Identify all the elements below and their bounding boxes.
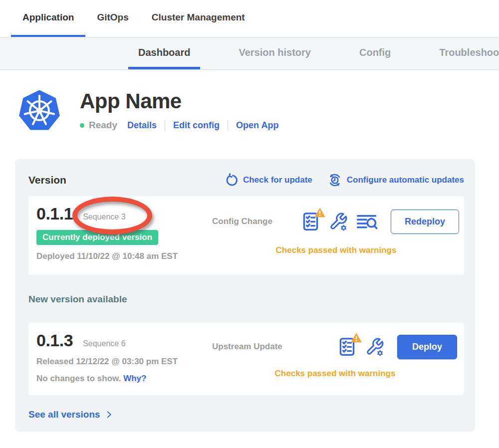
new-version-heading: New version available xyxy=(28,294,464,305)
preflight-checklist-icon[interactable] xyxy=(338,336,357,357)
open-app-link[interactable]: Open App xyxy=(236,120,278,131)
auto-update-icon xyxy=(327,173,342,188)
warning-triangle-icon xyxy=(314,207,326,218)
tab-cluster-management-label: Cluster Management xyxy=(152,12,245,23)
available-version-check-status: Checks passed with warnings xyxy=(212,369,458,386)
app-header-text: App Name Ready Details Edit config Open … xyxy=(80,88,278,132)
edit-config-link[interactable]: Edit config xyxy=(173,120,220,131)
wrench-config-icon[interactable] xyxy=(365,337,384,356)
configure-automatic-updates-link[interactable]: Configure automatic updates xyxy=(327,173,464,188)
warning-triangle-icon xyxy=(350,332,362,343)
refresh-icon xyxy=(225,173,239,187)
configure-automatic-updates-label: Configure automatic updates xyxy=(347,175,464,185)
tab-version-history[interactable]: Version history xyxy=(229,38,321,69)
tab-dashboard-label: Dashboard xyxy=(138,47,190,58)
tab-gitops-label: GitOps xyxy=(97,12,128,23)
app-status-row: Ready Details Edit config Open App xyxy=(80,120,278,131)
link-divider xyxy=(228,120,228,131)
tab-troubleshoot[interactable]: Troubleshoot xyxy=(429,38,499,69)
version-heading: Version xyxy=(28,174,66,186)
current-version-check-status: Checks passed with warnings xyxy=(212,245,460,266)
version-panel: Version Check for update xyxy=(15,159,475,432)
tab-cluster-management[interactable]: Cluster Management xyxy=(140,0,256,37)
tab-application-label: Application xyxy=(22,12,74,23)
app-header: App Name Ready Details Edit config Open … xyxy=(0,70,499,132)
tab-troubleshoot-label: Troubleshoot xyxy=(439,47,499,58)
tab-version-history-label: Version history xyxy=(239,47,311,58)
view-diff-icon[interactable] xyxy=(356,212,378,231)
current-version-info: 0.1.1 Sequence 3 Currently deployed vers… xyxy=(36,204,212,266)
redeploy-button[interactable]: Redeploy xyxy=(391,210,459,234)
current-version-sequence: Sequence 3 xyxy=(83,213,125,222)
why-link[interactable]: Why? xyxy=(123,374,146,383)
ready-status-label: Ready xyxy=(89,120,117,131)
current-version-card: 0.1.1 Sequence 3 Currently deployed vers… xyxy=(28,196,464,275)
tab-dashboard[interactable]: Dashboard xyxy=(128,38,200,69)
sub-nav: Dashboard Version history Config Trouble… xyxy=(0,38,499,70)
deployed-timestamp: Deployed 11/10/22 @ 10:48 am EST xyxy=(36,251,212,261)
current-version-number: 0.1.1 xyxy=(36,204,73,224)
version-actions: Check for update Configure automatic upd… xyxy=(225,173,464,188)
main-nav: Application GitOps Cluster Management xyxy=(0,0,499,38)
no-changes-label: No changes to show. xyxy=(36,374,121,383)
preflight-checklist-icon[interactable] xyxy=(302,211,321,232)
current-version-actions: Redeploy xyxy=(302,204,460,239)
currently-deployed-badge: Currently deployed version xyxy=(36,230,158,245)
available-version-source: Upstream Update xyxy=(212,342,302,352)
see-all-versions-label: See all versions xyxy=(28,409,100,420)
kubernetes-logo-icon xyxy=(17,88,61,132)
no-changes-text: No changes to show. Why? xyxy=(36,374,212,384)
tab-config[interactable]: Config xyxy=(349,38,401,69)
deploy-button[interactable]: Deploy xyxy=(397,335,457,359)
current-version-source: Config Change xyxy=(212,217,302,226)
check-for-update-label: Check for update xyxy=(243,175,312,185)
ready-status-dot-icon xyxy=(80,123,84,128)
available-version-info: 0.1.3 Sequence 6 Released 12/12/22 @ 03:… xyxy=(36,331,212,386)
available-version-card: 0.1.3 Sequence 6 Released 12/12/22 @ 03:… xyxy=(28,323,464,395)
see-all-versions-link[interactable]: See all versions xyxy=(28,409,464,420)
version-panel-header: Version Check for update xyxy=(28,173,464,188)
available-version-sequence: Sequence 6 xyxy=(83,339,125,348)
wrench-config-icon[interactable] xyxy=(329,212,348,231)
tab-application[interactable]: Application xyxy=(11,0,85,37)
available-version-number: 0.1.3 xyxy=(36,331,73,350)
details-link[interactable]: Details xyxy=(127,120,157,131)
tab-config-label: Config xyxy=(359,47,391,58)
available-version-actions: Deploy xyxy=(302,331,458,363)
tab-gitops[interactable]: GitOps xyxy=(85,0,140,37)
check-for-update-link[interactable]: Check for update xyxy=(225,173,312,187)
chevron-right-icon xyxy=(104,410,113,419)
released-timestamp: Released 12/12/22 @ 03:30 pm EST xyxy=(36,357,212,367)
link-divider xyxy=(165,120,165,131)
app-title: App Name xyxy=(80,89,278,113)
